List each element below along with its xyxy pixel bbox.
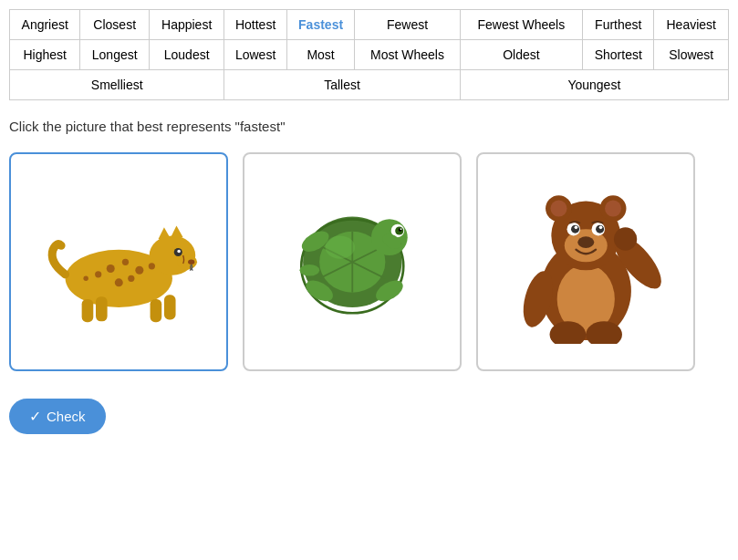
nav-item-slowest[interactable]: Slowest <box>654 40 729 70</box>
svg-point-14 <box>135 266 143 275</box>
svg-point-18 <box>83 275 88 280</box>
nav-item-most-wheels[interactable]: Most Wheels <box>355 40 460 70</box>
turtle-image <box>261 171 444 354</box>
card-turtle[interactable] <box>243 152 462 371</box>
svg-point-51 <box>577 236 594 248</box>
nav-item-tallest[interactable]: Tallest <box>224 70 460 100</box>
svg-point-49 <box>574 225 577 229</box>
svg-point-6 <box>177 249 181 253</box>
instruction-text: Click the picture that best represents "… <box>9 119 729 134</box>
nav-item-longest[interactable]: Longest <box>80 40 149 70</box>
svg-point-19 <box>148 263 154 269</box>
nav-item-furthest[interactable]: Furthest <box>583 10 654 40</box>
card-cheetah[interactable] <box>9 152 228 371</box>
card-bear[interactable] <box>476 152 695 371</box>
svg-point-35 <box>299 264 319 276</box>
nav-item-angriest[interactable]: Angriest <box>10 10 80 40</box>
svg-rect-9 <box>164 295 176 319</box>
svg-point-16 <box>114 278 122 286</box>
nav-item-shortest[interactable]: Shortest <box>583 40 654 70</box>
svg-point-15 <box>95 271 101 277</box>
svg-point-30 <box>400 228 401 230</box>
nav-item-hottest[interactable]: Hottest <box>224 10 286 40</box>
nav-item-closest[interactable]: Closest <box>80 10 149 40</box>
nav-item-fewest-wheels[interactable]: Fewest Wheels <box>460 10 582 40</box>
nav-item-lowest[interactable]: Lowest <box>224 40 286 70</box>
svg-point-56 <box>614 227 637 250</box>
nav-item-smelliest[interactable]: Smelliest <box>10 70 224 100</box>
svg-point-36 <box>325 235 354 258</box>
nav-item-fastest[interactable]: Fastest <box>286 10 354 40</box>
svg-point-7 <box>188 259 194 264</box>
nav-item-loudest[interactable]: Loudest <box>149 40 223 70</box>
svg-rect-11 <box>96 296 108 321</box>
cheetah-image <box>27 171 211 354</box>
check-icon: ✓ <box>29 408 41 425</box>
svg-rect-8 <box>150 299 161 322</box>
nav-item-happiest[interactable]: Happiest <box>149 10 223 40</box>
nav-item-oldest[interactable]: Oldest <box>460 40 582 70</box>
nav-table: Angriest Closest Happiest Hottest Fastes… <box>9 9 729 100</box>
svg-point-50 <box>598 225 602 229</box>
svg-point-12 <box>106 264 114 273</box>
svg-rect-10 <box>81 299 93 322</box>
bear-image <box>494 171 678 354</box>
nav-item-most[interactable]: Most <box>286 40 354 70</box>
svg-marker-4 <box>171 225 183 237</box>
svg-marker-3 <box>158 227 171 239</box>
check-button-label: Check <box>47 409 86 424</box>
nav-item-fewest[interactable]: Fewest <box>355 10 460 40</box>
svg-point-17 <box>128 275 134 281</box>
nav-item-highest[interactable]: Highest <box>10 40 80 70</box>
svg-point-42 <box>550 200 566 216</box>
svg-point-13 <box>122 258 129 264</box>
nav-item-heaviest[interactable]: Heaviest <box>654 10 729 40</box>
svg-point-43 <box>605 200 621 216</box>
nav-item-youngest[interactable]: Youngest <box>460 70 728 100</box>
cards-container <box>9 152 729 371</box>
check-button[interactable]: ✓ Check <box>9 399 106 434</box>
